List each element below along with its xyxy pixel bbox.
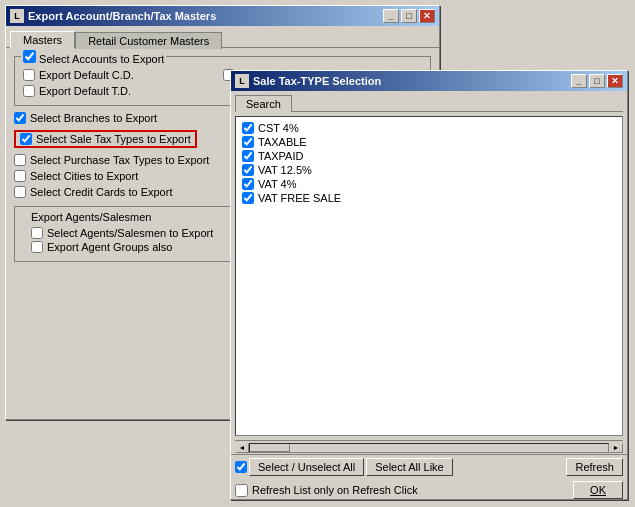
- list-item-cst: CST 4%: [240, 121, 618, 135]
- scroll-right-button[interactable]: ►: [609, 443, 623, 453]
- export-default-td-checkbox[interactable]: [23, 85, 35, 97]
- tax-window-titlebar: L Sale Tax-TYPE Selection _ □ ✕: [231, 71, 627, 91]
- close-button[interactable]: ✕: [419, 9, 435, 23]
- tax-maximize-button[interactable]: □: [589, 74, 605, 88]
- list-item-vat-free: VAT FREE SALE: [240, 191, 618, 205]
- select-unselect-group: Select / Unselect All: [235, 458, 364, 476]
- tax-titlebar-controls: _ □ ✕: [571, 74, 623, 88]
- select-unselect-all-checkbox[interactable]: [235, 461, 247, 473]
- scrollbar-thumb[interactable]: [250, 444, 290, 452]
- tab-retail-customer-masters[interactable]: Retail Customer Masters: [75, 32, 222, 49]
- refresh-button[interactable]: Refresh: [566, 458, 623, 476]
- main-window-title: Export Account/Branch/Tax Masters: [28, 10, 216, 22]
- vat4-checkbox[interactable]: [242, 178, 254, 190]
- taxpaid-checkbox[interactable]: [242, 150, 254, 162]
- main-titlebar-controls: _ □ ✕: [383, 9, 435, 23]
- refresh-row: Refresh List only on Refresh Click OK: [231, 479, 627, 501]
- tab-masters[interactable]: Masters: [10, 31, 75, 48]
- export-agent-groups-checkbox[interactable]: [31, 241, 43, 253]
- list-item-taxpaid: TAXPAID: [240, 149, 618, 163]
- select-agents-checkbox[interactable]: [31, 227, 43, 239]
- cst-checkbox[interactable]: [242, 122, 254, 134]
- select-accounts-checkbox[interactable]: [23, 50, 36, 63]
- tax-minimize-button[interactable]: _: [571, 74, 587, 88]
- tax-close-button[interactable]: ✕: [607, 74, 623, 88]
- select-cities-checkbox[interactable]: [14, 170, 26, 182]
- tab-bar: Masters Retail Customer Masters: [6, 26, 439, 48]
- scroll-left-button[interactable]: ◄: [235, 443, 249, 453]
- sale-tax-types-item: Select Sale Tax Types to Export: [14, 130, 197, 148]
- taxable-checkbox[interactable]: [242, 136, 254, 148]
- select-unselect-all-button[interactable]: Select / Unselect All: [249, 458, 364, 476]
- tax-window-title: Sale Tax-TYPE Selection: [253, 75, 381, 87]
- select-credit-cards-checkbox[interactable]: [14, 186, 26, 198]
- export-default-td-item: Export Default T.D.: [23, 85, 223, 97]
- titlebar-left: L Export Account/Branch/Tax Masters: [10, 9, 216, 23]
- export-default-cd-item: Export Default C.D.: [23, 69, 223, 81]
- ok-button[interactable]: OK: [573, 481, 623, 499]
- tax-window: L Sale Tax-TYPE Selection _ □ ✕ Search C…: [230, 70, 628, 500]
- accounts-group-label: Select Accounts to Export: [21, 50, 166, 65]
- list-item-vat4: VAT 4%: [240, 177, 618, 191]
- export-default-cd-checkbox[interactable]: [23, 69, 35, 81]
- refresh-list-checkbox[interactable]: [235, 484, 248, 497]
- scrollbar-track[interactable]: [249, 443, 609, 453]
- list-item-taxable: TAXABLE: [240, 135, 618, 149]
- horizontal-scrollbar[interactable]: ◄ ►: [235, 440, 623, 454]
- vat125-checkbox[interactable]: [242, 164, 254, 176]
- minimize-button[interactable]: _: [383, 9, 399, 23]
- search-tab-area: Search: [231, 91, 627, 112]
- bottom-toolbar: Select / Unselect All Select All Like Re…: [231, 454, 627, 479]
- select-sale-tax-checkbox[interactable]: [20, 133, 32, 145]
- vat-free-checkbox[interactable]: [242, 192, 254, 204]
- tax-titlebar-left: L Sale Tax-TYPE Selection: [235, 74, 381, 88]
- list-item-vat125: VAT 12.5%: [240, 163, 618, 177]
- select-all-like-button[interactable]: Select All Like: [366, 458, 452, 476]
- select-purchase-tax-checkbox[interactable]: [14, 154, 26, 166]
- search-tab: Search: [235, 95, 292, 112]
- main-window-titlebar: L Export Account/Branch/Tax Masters _ □ …: [6, 6, 439, 26]
- main-window-icon: L: [10, 9, 24, 23]
- tax-list-area[interactable]: CST 4% TAXABLE TAXPAID VAT 12.5% VAT 4% …: [235, 116, 623, 436]
- tax-window-icon: L: [235, 74, 249, 88]
- maximize-button[interactable]: □: [401, 9, 417, 23]
- select-branches-checkbox[interactable]: [14, 112, 26, 124]
